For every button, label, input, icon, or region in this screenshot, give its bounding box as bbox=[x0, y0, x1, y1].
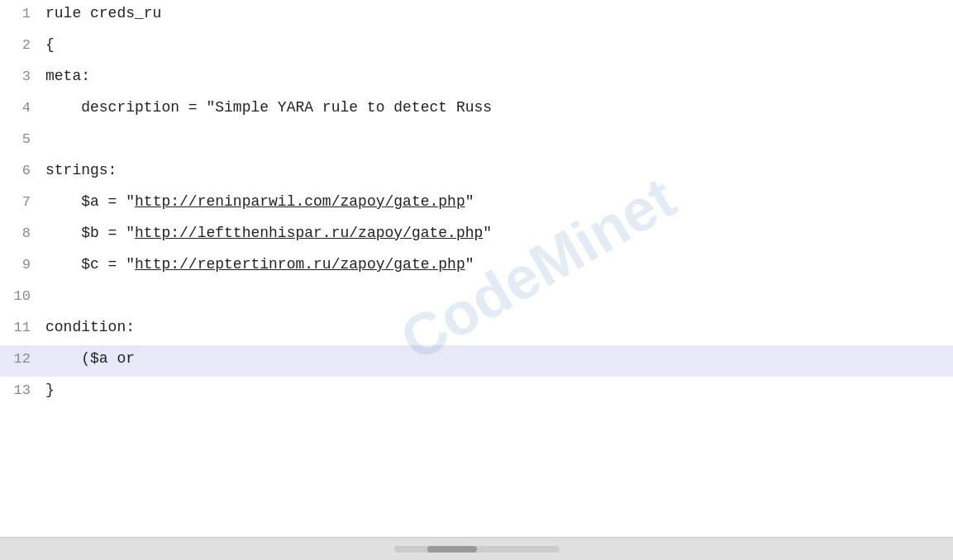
line-content-12: ($a or bbox=[45, 345, 953, 371]
line-number-5: 5 bbox=[0, 126, 45, 150]
line-content-10 bbox=[45, 282, 953, 308]
code-line-11: 11 condition: bbox=[0, 314, 953, 345]
line-content-7: $a = "http://reninparwil.com/zapoy/gate.… bbox=[45, 188, 953, 214]
code-line-2: 2 { bbox=[0, 31, 953, 63]
code-line-13: 13 } bbox=[0, 377, 953, 408]
code-line-6: 6 strings: bbox=[0, 157, 953, 188]
line-number-3: 3 bbox=[0, 64, 45, 88]
line-number-4: 4 bbox=[0, 95, 45, 119]
line-content-8: $b = "http://leftthenhispar.ru/zapoy/gat… bbox=[45, 220, 953, 245]
code-line-10: 10 bbox=[0, 282, 953, 314]
line-number-9: 9 bbox=[0, 252, 45, 276]
code-line-1: 1 rule creds_ru bbox=[0, 0, 953, 31]
line-content-13: } bbox=[45, 377, 953, 402]
code-area: 1 rule creds_ru 2 { 3 meta: 4 descriptio… bbox=[0, 0, 953, 408]
line-content-6: strings: bbox=[45, 157, 953, 183]
code-line-7: 7 $a = "http://reninparwil.com/zapoy/gat… bbox=[0, 188, 953, 220]
line-number-2: 2 bbox=[0, 32, 45, 56]
line-content-4: description = "Simple YARA rule to detec… bbox=[45, 94, 953, 120]
line-content-9: $c = "http://reptertinrom.ru/zapoy/gate.… bbox=[45, 251, 953, 277]
link-7[interactable]: http://reninparwil.com/zapoy/gate.php bbox=[135, 193, 465, 210]
line-content-2: { bbox=[45, 31, 953, 57]
line-content-3: meta: bbox=[45, 63, 953, 88]
line-number-10: 10 bbox=[0, 283, 45, 307]
code-line-8: 8 $b = "http://leftthenhispar.ru/zapoy/g… bbox=[0, 220, 953, 251]
code-editor: CodeMinet 1 rule creds_ru 2 { 3 meta: 4 … bbox=[0, 0, 953, 537]
line-number-13: 13 bbox=[0, 377, 45, 401]
code-line-4: 4 description = "Simple YARA rule to det… bbox=[0, 94, 953, 126]
line-number-7: 7 bbox=[0, 189, 45, 213]
scrollbar-track[interactable] bbox=[394, 546, 560, 553]
link-9[interactable]: http://reptertinrom.ru/zapoy/gate.php bbox=[135, 256, 465, 273]
line-content-5 bbox=[45, 126, 953, 151]
line-number-11: 11 bbox=[0, 315, 45, 339]
code-line-9: 9 $c = "http://reptertinrom.ru/zapoy/gat… bbox=[0, 251, 953, 282]
line-number-8: 8 bbox=[0, 221, 45, 244]
code-line-3: 3 meta: bbox=[0, 63, 953, 94]
line-content-1: rule creds_ru bbox=[45, 0, 953, 26]
code-line-5: 5 bbox=[0, 126, 953, 157]
bottom-bar bbox=[0, 537, 953, 560]
code-line-12: 12 ($a or bbox=[0, 345, 953, 377]
line-number-6: 6 bbox=[0, 158, 45, 182]
line-number-1: 1 bbox=[0, 1, 45, 25]
scrollbar-thumb[interactable] bbox=[427, 546, 477, 553]
line-number-12: 12 bbox=[0, 346, 45, 370]
link-8[interactable]: http://leftthenhispar.ru/zapoy/gate.php bbox=[135, 225, 483, 241]
line-content-11: condition: bbox=[45, 314, 953, 339]
